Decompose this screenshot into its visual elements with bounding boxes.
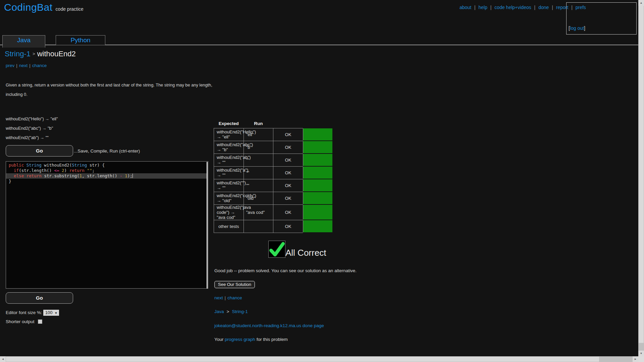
page-title: withouEnd2 [37,50,76,58]
pass-indicator-cell [303,166,333,179]
subnav-link-prev[interactable]: prev [6,63,14,68]
breadcrumb-section-link[interactable]: String-1 [5,50,31,58]
bottom-link-chance[interactable]: chance [227,295,242,300]
logout-link[interactable]: log out [570,25,584,31]
status-cell: OK [273,128,303,141]
code-token [9,168,14,173]
run-header: Run [244,119,273,128]
progress-prefix: Your [214,337,223,342]
table-row: withouEnd2("") → """"OK [214,179,333,192]
vertical-scroll-thumb[interactable] [639,6,644,343]
done-page-row: jokeaton@student.north-reading.k12.ma.us… [214,323,324,328]
pass-indicator-cell [303,204,333,220]
pass-header-spacer [303,119,333,128]
scroll-right-icon[interactable]: ► [633,356,638,362]
code-area[interactable]: public String withouEnd2(String str) { i… [6,163,207,184]
results-table: Expected Run withouEnd2("Hello") → "ell"… [214,119,333,233]
solved-message: Good job -- problem solved. You can see … [214,268,357,273]
separator: | [471,5,478,10]
verdict-label: All Correct [285,248,326,258]
progress-row: Your progress graph for this problem [214,337,288,342]
problem-subnav: prev|next|chance [6,63,47,68]
subnav-link-chance[interactable]: chance [32,63,47,68]
code-token: - [120,173,122,178]
code-line-active[interactable]: else return str.substring(1, str.length(… [6,173,207,179]
expected-cell: other tests [214,220,244,233]
bottom-crumb-separator: > [224,309,232,314]
horizontal-scroll-thumb[interactable] [6,357,599,362]
editor-scrollbar[interactable] [207,162,208,289]
logout-box: [log out] [566,2,637,35]
table-row: withouEnd2("ab") → """"OK [214,154,333,166]
bottom-crumb-lang-link[interactable]: Java [214,309,224,314]
go-button-top[interactable]: Go [6,145,73,157]
codingbat-logo[interactable]: CodingBat [4,2,53,13]
code-token: (str.length() [19,168,54,173]
status-cell: OK [273,220,303,233]
status-cell: OK [273,204,303,220]
expected-cell: withouEnd2("a") → "" [214,166,244,179]
font-size-value: 100 [45,310,53,315]
go-hint: ...Save, Compile, Run (ctrl-enter) [74,148,140,154]
breadcrumb-separator: > [31,51,37,56]
code-token: ; [92,168,95,173]
separator: | [531,5,538,10]
code-token: String [26,163,42,168]
subnav-link-next[interactable]: next [19,63,28,68]
expected-cell: withouEnd2("coldy") → "old" [214,192,244,204]
shorter-output-row: Shorter output [6,319,42,324]
code-token: return [26,173,42,178]
nav-link-about[interactable]: about [460,5,471,10]
code-token: str) { [87,163,105,168]
nav-link-code-help-videos[interactable]: code help+videos [494,5,531,10]
vertical-scrollbar[interactable]: ▲ ▼ [638,0,644,356]
progress-suffix: for this problem [257,337,288,342]
nav-link-done[interactable]: done [538,5,549,10]
code-line[interactable]: if(str.length() <= 2) return ""; [6,168,207,173]
tab-python[interactable]: Python [56,35,105,45]
pass-indicator-cell [303,192,333,204]
tab-java[interactable]: Java [2,35,45,48]
scroll-down-icon[interactable]: ▼ [638,351,644,356]
font-size-label: Editor font size %: [6,310,42,315]
nav-link-help[interactable]: help [478,5,487,10]
code-token: str.substring( [42,173,79,178]
scroll-left-icon[interactable]: ◄ [0,356,6,362]
code-editor[interactable]: public String withouEnd2(String str) { i… [6,161,208,289]
code-line[interactable]: public String withouEnd2(String str) { [6,163,207,168]
table-row: withouEnd2("Hello") → "ell""ell"OK [214,128,333,141]
problem-description: Given a string, return a version without… [6,80,220,99]
progress-graph-link[interactable]: progress graph [225,337,255,342]
run-cell: "" [244,179,273,192]
bottom-crumb-section-link[interactable]: String-1 [232,309,248,314]
expected-cell: withouEnd2("Hello") → "ell" [214,128,244,141]
code-token: ); [127,173,132,178]
go-button-bottom[interactable]: Go [6,292,73,304]
logout-bracket-close: ] [584,25,585,31]
code-token: withouEnd2( [42,163,72,168]
pass-indicator-cell [303,141,333,154]
horizontal-scrollbar[interactable]: ◄ ► [0,356,638,362]
see-our-solution-button[interactable]: See Our Solution [214,281,255,288]
expected-header: Expected [214,119,244,128]
status-cell: OK [273,179,303,192]
done-page-link[interactable]: jokeaton@student.north-reading.k12.ma.us… [214,323,324,328]
bottom-links: next|chance [214,295,242,300]
pass-indicator-cell [303,179,333,192]
code-token [9,173,14,178]
text-cursor [132,174,133,178]
code-token: else [14,173,24,178]
scroll-up-icon[interactable]: ▲ [638,0,644,6]
bottom-link-next[interactable]: next [214,295,223,300]
run-cell [244,220,273,233]
shorter-output-checkbox[interactable] [38,319,42,324]
table-row: withouEnd2("abc") → "b""b"OK [214,141,333,154]
code-line[interactable]: } [6,179,207,184]
bottom-breadcrumb: Java>String-1 [214,309,248,314]
separator: | [14,63,19,68]
code-token: <= [54,168,59,173]
font-size-select[interactable]: 100▼ [43,310,59,316]
status-cell: OK [273,141,303,154]
code-token: } [9,179,11,184]
results-table-wrap: Expected Run withouEnd2("Hello") → "ell"… [214,119,333,233]
